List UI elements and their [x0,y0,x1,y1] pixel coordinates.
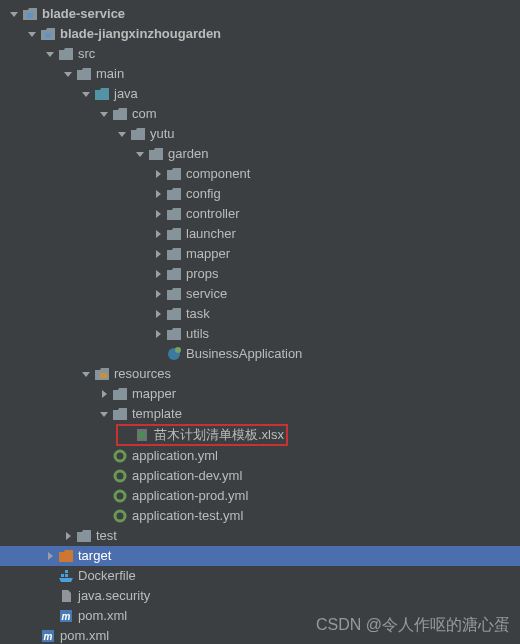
target-icon [58,548,74,564]
chevron-right-icon[interactable] [44,550,56,562]
tree-row-controller[interactable]: controller [0,204,520,224]
tree-row-pom-xml[interactable]: mpom.xml [0,606,520,626]
tree-item-label: config [186,184,221,204]
tree-row-application-yml[interactable]: application.yml [0,446,520,466]
tree-row-pom-xml[interactable]: mpom.xml [0,626,520,644]
folder-icon [112,386,128,402]
no-arrow [98,510,110,522]
no-arrow [98,450,110,462]
tree-row-application-test-yml[interactable]: application-test.yml [0,506,520,526]
tree-item-label: controller [186,204,239,224]
chevron-down-icon[interactable] [134,148,146,160]
tree-row-test[interactable]: test [0,526,520,546]
tree-row-component[interactable]: component [0,164,520,184]
chevron-down-icon[interactable] [26,28,38,40]
chevron-down-icon[interactable] [98,408,110,420]
tree-item-label: main [96,64,124,84]
folder-icon [112,106,128,122]
svg-point-9 [115,491,125,501]
tree-row-service[interactable]: service [0,284,520,304]
tree-item-label: launcher [186,224,236,244]
yml-icon [112,448,128,464]
tree-item-label: props [186,264,219,284]
folder-icon [166,206,182,222]
tree-row-dockerfile[interactable]: Dockerfile [0,566,520,586]
svg-rect-6 [139,432,145,438]
chevron-down-icon[interactable] [62,68,74,80]
svg-text:m: m [44,631,53,642]
tree-row-java-security[interactable]: java.security [0,586,520,606]
chevron-down-icon[interactable] [44,48,56,60]
tree-row-mapper[interactable]: mapper [0,244,520,264]
no-arrow [120,429,132,441]
tree-row-garden[interactable]: garden [0,144,520,164]
tree-item-label: utils [186,324,209,344]
tree-item-label: com [132,104,157,124]
tree-item-label: src [78,44,95,64]
chevron-down-icon[interactable] [80,368,92,380]
tree-row-application-prod-yml[interactable]: application-prod.yml [0,486,520,506]
svg-point-10 [115,511,125,521]
folder-icon [166,226,182,242]
folder-icon [130,126,146,142]
tree-item-label: 苗木计划清单模板.xlsx [154,425,284,445]
chevron-right-icon[interactable] [152,188,164,200]
chevron-right-icon[interactable] [152,228,164,240]
tree-item-label: application-test.yml [132,506,243,526]
tree-row-props[interactable]: props [0,264,520,284]
chevron-right-icon[interactable] [152,308,164,320]
tree-item-label: mapper [186,244,230,264]
chevron-down-icon[interactable] [98,108,110,120]
tree-item-label: garden [168,144,208,164]
tree-row-main[interactable]: main [0,64,520,84]
module-icon [40,26,56,42]
tree-item-label: mapper [132,384,176,404]
folder-icon [112,406,128,422]
tree-item-label: test [96,526,117,546]
tree-row-blade-jiangxinzhougarden[interactable]: blade-jiangxinzhougarden [0,24,520,44]
chevron-right-icon[interactable] [152,328,164,340]
chevron-right-icon[interactable] [98,388,110,400]
tree-row-config[interactable]: config [0,184,520,204]
tree-row--xlsx[interactable]: 苗木计划清单模板.xlsx [0,425,520,445]
tree-row-task[interactable]: task [0,304,520,324]
tree-row-businessapplication[interactable]: BusinessApplication [0,344,520,364]
tree-row-utils[interactable]: utils [0,324,520,344]
maven-icon: m [40,628,56,644]
tree-row-target[interactable]: target [0,546,520,566]
tree-row-resources[interactable]: resources [0,364,520,384]
folder-icon [76,66,92,82]
svg-rect-11 [61,574,64,577]
tree-row-blade-service[interactable]: blade-service [0,4,520,24]
tree-row-com[interactable]: com [0,104,520,124]
module-icon [22,6,38,22]
folder-icon [58,46,74,62]
chevron-right-icon[interactable] [152,168,164,180]
chevron-down-icon[interactable] [8,8,20,20]
tree-row-java[interactable]: java [0,84,520,104]
chevron-down-icon[interactable] [116,128,128,140]
file-icon [58,588,74,604]
no-arrow [152,348,164,360]
tree-row-template[interactable]: template [0,404,520,424]
tree-item-label: application-prod.yml [132,486,248,506]
tree-row-launcher[interactable]: launcher [0,224,520,244]
chevron-right-icon[interactable] [152,288,164,300]
yml-icon [112,488,128,504]
chevron-right-icon[interactable] [62,530,74,542]
no-arrow [44,590,56,602]
tree-row-application-dev-yml[interactable]: application-dev.yml [0,466,520,486]
tree-row-src[interactable]: src [0,44,520,64]
tree-row-mapper[interactable]: mapper [0,384,520,404]
folder-icon [76,528,92,544]
chevron-right-icon[interactable] [152,248,164,260]
project-tree[interactable]: blade-serviceblade-jiangxinzhougardensrc… [0,0,520,644]
no-arrow [44,610,56,622]
folder-icon [94,86,110,102]
chevron-right-icon[interactable] [152,268,164,280]
folder-icon [166,246,182,262]
folder-icon [166,186,182,202]
chevron-right-icon[interactable] [152,208,164,220]
chevron-down-icon[interactable] [80,88,92,100]
tree-row-yutu[interactable]: yutu [0,124,520,144]
